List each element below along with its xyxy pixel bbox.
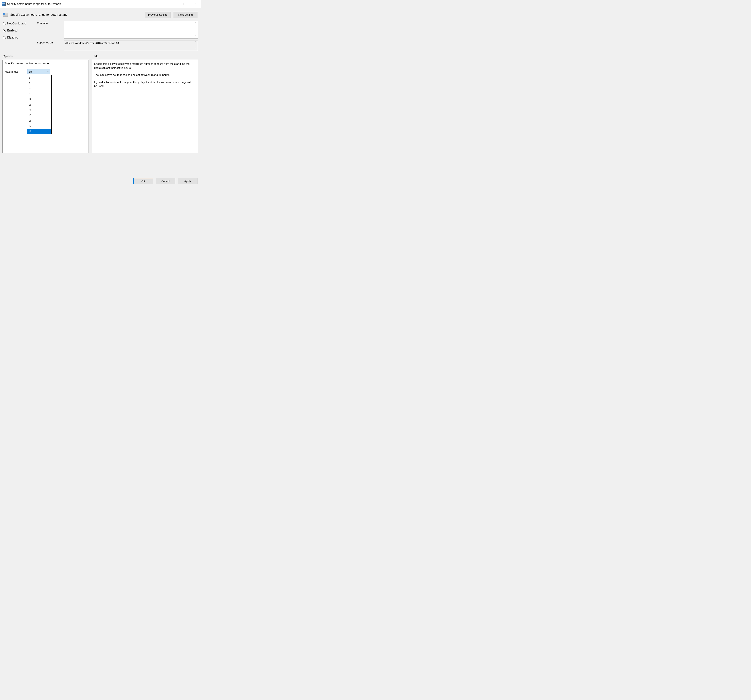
radio-label: Not Configured xyxy=(7,22,26,25)
help-paragraph: The max active hours range can be set be… xyxy=(94,73,193,77)
help-label: Help: xyxy=(93,55,99,58)
app-icon xyxy=(2,2,6,6)
radio-icon xyxy=(3,29,6,32)
supported-label: Supported on: xyxy=(37,40,62,44)
radio-icon xyxy=(3,36,6,39)
help-paragraph: If you disable or do not configure this … xyxy=(94,80,193,88)
max-range-combo[interactable]: 18 ▾ xyxy=(27,69,50,74)
minimize-button[interactable] xyxy=(169,0,179,8)
option-title: Specify the max active hours range: xyxy=(5,62,87,65)
radio-icon xyxy=(3,22,6,25)
radio-enabled[interactable]: Enabled xyxy=(3,29,34,32)
chevron-down-icon[interactable]: ˅ xyxy=(195,149,197,152)
radio-not-configured[interactable]: Not Configured xyxy=(3,22,34,25)
chevron-up-icon[interactable]: ˄ xyxy=(195,22,196,24)
dropdown-item[interactable]: 14 xyxy=(27,107,51,113)
supported-value: At least Windows Server 2016 or Windows … xyxy=(65,42,119,45)
ok-button[interactable]: OK xyxy=(133,178,153,184)
comment-input[interactable]: ˄ ˅ xyxy=(64,21,198,39)
dropdown-item[interactable]: 11 xyxy=(27,91,51,97)
help-paragraph: Enable this policy to specify the maximu… xyxy=(94,62,193,70)
state-radios: Not Configured Enabled Disabled xyxy=(3,22,34,39)
chevron-down-icon: ˅ xyxy=(195,48,196,50)
close-button[interactable]: ✕ xyxy=(190,0,201,8)
chevron-down-icon[interactable]: ˅ xyxy=(195,35,196,38)
maximize-button[interactable] xyxy=(179,0,190,8)
dropdown-item[interactable]: 10 xyxy=(27,86,51,91)
next-setting-button[interactable]: Next Setting xyxy=(173,12,198,18)
comment-label: Comment: xyxy=(37,21,62,25)
chevron-up-icon[interactable]: ˄ xyxy=(195,61,197,64)
policy-title: Specify active hours range for auto-rest… xyxy=(10,13,67,17)
cancel-button[interactable]: Cancel xyxy=(156,178,175,184)
window-controls: ✕ xyxy=(169,0,201,8)
options-panel: Specify the max active hours range: Max … xyxy=(3,60,89,153)
dialog-footer: OK Cancel Apply xyxy=(0,176,201,187)
chevron-down-icon: ▾ xyxy=(48,71,49,73)
window-title: Specify active hours range for auto-rest… xyxy=(7,3,61,6)
policy-header: Specify active hours range for auto-rest… xyxy=(0,8,201,20)
titlebar: Specify active hours range for auto-rest… xyxy=(0,0,201,8)
dropdown-item[interactable]: 16 xyxy=(27,118,51,123)
dropdown-item[interactable]: 15 xyxy=(27,113,51,118)
help-panel: ˄ ˅ Enable this policy to specify the ma… xyxy=(92,60,198,153)
radio-label: Enabled xyxy=(7,29,18,32)
config-row: Not Configured Enabled Disabled Comment:… xyxy=(0,20,201,53)
max-range-dropdown: 89101112131415161718 xyxy=(27,75,52,134)
chevron-up-icon: ˄ xyxy=(195,41,196,43)
dropdown-item[interactable]: 18 xyxy=(27,129,51,134)
dropdown-item[interactable]: 17 xyxy=(27,123,51,129)
dropdown-item[interactable]: 13 xyxy=(27,102,51,108)
dropdown-item[interactable]: 8 xyxy=(27,75,51,80)
options-label: Options: xyxy=(3,55,89,58)
radio-label: Disabled xyxy=(7,36,18,39)
apply-button[interactable]: Apply xyxy=(178,178,198,184)
supported-on-box: At least Windows Server 2016 or Windows … xyxy=(64,40,198,51)
max-range-label: Max range: xyxy=(5,70,25,73)
previous-setting-button[interactable]: Previous Setting xyxy=(145,12,171,18)
dropdown-item[interactable]: 12 xyxy=(27,97,51,102)
radio-disabled[interactable]: Disabled xyxy=(3,36,34,39)
policy-icon xyxy=(3,13,8,17)
combo-value: 18 xyxy=(29,70,32,73)
dropdown-item[interactable]: 9 xyxy=(27,80,51,86)
